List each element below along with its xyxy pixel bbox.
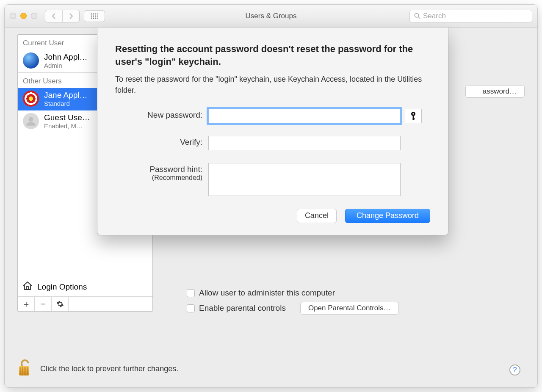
avatar-silhouette-icon [23, 113, 39, 129]
pane-options: Allow user to administer this computer E… [187, 284, 512, 319]
svg-point-12 [415, 13, 418, 17]
unlocked-padlock-icon[interactable] [17, 359, 32, 379]
nav-back-forward [45, 10, 80, 22]
user-role: Admin [44, 62, 87, 69]
svg-point-7 [97, 15, 98, 17]
svg-point-2 [95, 13, 97, 14]
user-role: Standard [44, 100, 87, 107]
parental-checkbox-row: Enable parental controls Open Parental C… [187, 302, 512, 315]
admin-checkbox-row[interactable]: Allow user to administer this computer [187, 288, 512, 298]
svg-point-8 [91, 17, 92, 19]
user-name: Guest Use… [44, 113, 90, 122]
traffic-lights [10, 13, 37, 19]
verify-password-input[interactable] [208, 136, 401, 150]
svg-rect-26 [413, 119, 415, 120]
new-password-label: New password: [115, 109, 208, 120]
sidebar-tools: ＋ − [18, 296, 152, 311]
svg-point-11 [97, 17, 98, 19]
back-button[interactable] [45, 10, 62, 22]
house-icon [22, 281, 33, 293]
help-button[interactable]: ? [509, 364, 520, 375]
reset-password-button[interactable]: assword… [465, 85, 525, 98]
cancel-button[interactable]: Cancel [297, 209, 337, 223]
minimize-window-button[interactable] [20, 13, 27, 19]
svg-point-6 [95, 15, 97, 17]
actions-gear-button[interactable] [52, 297, 69, 311]
verify-label: Verify: [115, 136, 208, 147]
avatar-target-icon [23, 91, 39, 107]
gear-icon [56, 300, 64, 308]
svg-point-0 [91, 13, 92, 14]
search-icon [414, 13, 420, 19]
svg-point-4 [91, 15, 92, 17]
login-options-button[interactable]: Login Options [18, 277, 152, 296]
svg-rect-15 [27, 287, 28, 290]
svg-point-3 [97, 13, 98, 14]
preferences-window: Users & Groups Search Current User John … [4, 4, 538, 388]
parental-checkbox-label: Enable parental controls [199, 304, 286, 313]
search-input[interactable]: Search [409, 10, 532, 22]
user-role: Enabled, M… [44, 122, 90, 130]
change-password-button[interactable]: Change Password [345, 209, 430, 223]
close-window-button[interactable] [10, 13, 16, 19]
svg-point-5 [93, 15, 94, 17]
show-all-button[interactable] [84, 10, 105, 22]
user-name: Jane Appl… [44, 91, 87, 100]
svg-point-10 [95, 17, 97, 19]
user-name: John Appl… [44, 52, 87, 62]
svg-point-14 [29, 117, 33, 121]
new-password-input[interactable] [208, 109, 401, 123]
admin-checkbox-label: Allow user to administer this computer [199, 288, 335, 298]
open-parental-controls-button[interactable]: Open Parental Controls… [300, 302, 399, 315]
avatar-earth-icon [23, 52, 39, 69]
add-user-button[interactable]: ＋ [18, 297, 35, 311]
forward-button[interactable] [62, 10, 79, 22]
password-hint-input[interactable] [208, 163, 401, 196]
zoom-window-button[interactable] [31, 13, 37, 19]
search-placeholder: Search [423, 12, 446, 20]
remove-user-button[interactable]: − [35, 297, 52, 311]
svg-point-23 [412, 113, 414, 115]
password-assistant-button[interactable] [405, 109, 422, 123]
hint-sublabel: (Recommended) [115, 174, 202, 182]
reset-password-sheet: Resetting the account password doesn't r… [97, 28, 448, 235]
titlebar: Users & Groups Search [5, 5, 537, 28]
login-options-label: Login Options [37, 282, 87, 292]
svg-rect-25 [413, 118, 415, 119]
hint-label: Password hint: (Recommended) [115, 163, 208, 182]
sheet-heading: Resetting the account password doesn't r… [115, 43, 430, 68]
svg-point-1 [93, 13, 94, 14]
sheet-subtext: To reset the password for the "login" ke… [115, 74, 430, 96]
checkbox-icon[interactable] [187, 304, 195, 312]
checkbox-icon[interactable] [187, 289, 195, 297]
key-icon [410, 111, 417, 121]
lock-help-text: Click the lock to prevent further change… [40, 364, 178, 373]
svg-point-9 [93, 17, 94, 19]
lock-footer: Click the lock to prevent further change… [17, 359, 525, 379]
svg-line-13 [418, 17, 420, 19]
